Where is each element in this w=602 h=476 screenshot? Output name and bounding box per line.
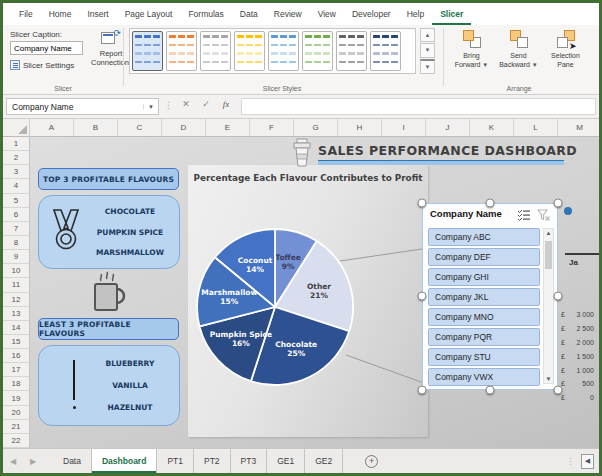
slicer-style-dark-blue[interactable] bbox=[370, 31, 401, 71]
sheet-nav-right-icon[interactable]: ▶ bbox=[23, 449, 43, 473]
row-header-5[interactable]: 5 bbox=[3, 194, 29, 208]
sheet-tab-ge1[interactable]: GE1 bbox=[267, 449, 305, 473]
row-header-12[interactable]: 12 bbox=[3, 293, 29, 307]
gallery-more-button[interactable]: ▼ bbox=[420, 59, 435, 74]
row-header-20[interactable]: 20 bbox=[3, 406, 29, 420]
row-header-17[interactable]: 17 bbox=[3, 363, 29, 377]
multi-select-icon[interactable] bbox=[517, 209, 531, 221]
column-header-A[interactable]: A bbox=[30, 119, 74, 136]
row-header-15[interactable]: 15 bbox=[3, 335, 29, 349]
ribbon-tab-page-layout[interactable]: Page Layout bbox=[117, 3, 181, 25]
ribbon-tab-developer[interactable]: Developer bbox=[344, 3, 399, 25]
sheet-tab-dashboard[interactable]: Dashboard bbox=[92, 449, 157, 473]
scroll-down-icon[interactable]: ▼ bbox=[544, 376, 553, 382]
tab-scroll-left-button[interactable]: ◀ bbox=[581, 454, 594, 469]
selection-handle[interactable] bbox=[418, 386, 427, 395]
report-connections-button[interactable]: ⟳ Report Connections bbox=[91, 29, 131, 85]
select-all-corner[interactable] bbox=[3, 119, 30, 137]
ribbon-tab-home[interactable]: Home bbox=[41, 3, 80, 25]
gallery-up-button[interactable]: ▲ bbox=[420, 28, 435, 42]
row-header-6[interactable]: 6 bbox=[3, 208, 29, 222]
gallery-down-button[interactable]: ▼ bbox=[420, 43, 435, 57]
row-header-9[interactable]: 9 bbox=[3, 250, 29, 264]
row-header-18[interactable]: 18 bbox=[3, 377, 29, 391]
ribbon-tab-formulas[interactable]: Formulas bbox=[180, 3, 231, 25]
slicer-item-pqr[interactable]: Company PQR bbox=[428, 328, 540, 346]
row-header-2[interactable]: 2 bbox=[3, 151, 29, 165]
sheet-nav-left-icon[interactable]: ◀ bbox=[3, 449, 23, 473]
column-header-H[interactable]: H bbox=[338, 119, 382, 136]
ribbon-tab-insert[interactable]: Insert bbox=[79, 3, 116, 25]
row-header-14[interactable]: 14 bbox=[3, 321, 29, 335]
column-header-G[interactable]: G bbox=[294, 119, 338, 136]
slicer-scrollbar[interactable]: ▲ ▼ bbox=[543, 228, 554, 384]
column-header-J[interactable]: J bbox=[426, 119, 470, 136]
sheet-tab-ge2[interactable]: GE2 bbox=[305, 449, 343, 473]
scroll-up-icon[interactable]: ▲ bbox=[544, 230, 553, 236]
selection-handle[interactable] bbox=[486, 386, 495, 395]
slicer-item-stu[interactable]: Company STU bbox=[428, 348, 540, 366]
ribbon-tab-review[interactable]: Review bbox=[266, 3, 310, 25]
row-header-7[interactable]: 7 bbox=[3, 222, 29, 236]
row-header-4[interactable]: 4 bbox=[3, 179, 29, 193]
slicer-item-vwx[interactable]: Company VWX bbox=[428, 368, 540, 386]
slicer-item-def[interactable]: Company DEF bbox=[428, 248, 540, 266]
slicer-item-ghi[interactable]: Company GHI bbox=[428, 268, 540, 286]
ribbon-tab-help[interactable]: Help bbox=[399, 3, 432, 25]
selection-handle[interactable] bbox=[418, 199, 427, 208]
cancel-entry-button[interactable]: ✕ bbox=[177, 99, 195, 109]
pie-chart-panel[interactable]: Percentage Each Flavour Contributes to P… bbox=[188, 165, 428, 437]
slicer-style-dark-gray[interactable] bbox=[336, 31, 367, 71]
slicer-style-green[interactable] bbox=[302, 31, 333, 71]
selection-handle[interactable] bbox=[554, 292, 563, 301]
scroll-thumb[interactable] bbox=[545, 241, 552, 269]
row-header-22[interactable]: 22 bbox=[3, 434, 29, 448]
least3-card[interactable]: BLUEBERRYVANILLAHAZELNUT bbox=[38, 345, 180, 426]
send-backward-button[interactable]: Send Backward ▼ bbox=[496, 28, 541, 69]
selection-handle[interactable] bbox=[486, 199, 495, 208]
slicer-item-jkl[interactable]: Company JKL bbox=[428, 288, 540, 306]
name-box-dropdown-icon[interactable]: ▼ bbox=[143, 104, 158, 110]
ribbon-tab-data[interactable]: Data bbox=[232, 3, 266, 25]
least3-header[interactable]: LEAST 3 PROFITABLE FLAVOURS bbox=[38, 318, 179, 340]
column-header-E[interactable]: E bbox=[206, 119, 250, 136]
selection-handle[interactable] bbox=[418, 292, 427, 301]
row-header-11[interactable]: 11 bbox=[3, 278, 29, 292]
row-header-3[interactable]: 3 bbox=[3, 165, 29, 179]
sheet-tab-pt3[interactable]: PT3 bbox=[231, 449, 268, 473]
slicer-style-light-blue[interactable] bbox=[268, 31, 299, 71]
column-header-L[interactable]: L bbox=[514, 119, 558, 136]
slicer-item-abc[interactable]: Company ABC bbox=[428, 228, 540, 246]
row-header-1[interactable]: 1 bbox=[3, 137, 29, 151]
row-header-21[interactable]: 21 bbox=[3, 420, 29, 434]
slicer-style-orange[interactable] bbox=[166, 31, 197, 71]
column-header-M[interactable]: M bbox=[558, 119, 602, 136]
selection-pane-button[interactable]: ➤ Selection Pane bbox=[543, 28, 588, 69]
ribbon-tab-file[interactable]: File bbox=[11, 3, 41, 25]
clear-filter-icon[interactable] bbox=[537, 209, 550, 221]
row-header-16[interactable]: 16 bbox=[3, 349, 29, 363]
selection-handle[interactable] bbox=[554, 199, 563, 208]
row-header-13[interactable]: 13 bbox=[3, 307, 29, 321]
column-header-F[interactable]: F bbox=[250, 119, 294, 136]
row-header-8[interactable]: 8 bbox=[3, 236, 29, 250]
ribbon-tab-slicer[interactable]: Slicer bbox=[432, 3, 471, 25]
sheet-tab-pt2[interactable]: PT2 bbox=[194, 449, 231, 473]
slicer-style-gold[interactable] bbox=[234, 31, 265, 71]
top3-header[interactable]: TOP 3 PROFITABLE FLAVOURS bbox=[38, 168, 179, 190]
ribbon-tab-view[interactable]: View bbox=[310, 3, 344, 25]
slicer-style-gray[interactable] bbox=[200, 31, 231, 71]
row-header-19[interactable]: 19 bbox=[3, 391, 29, 405]
slicer-style-blue[interactable] bbox=[132, 31, 163, 71]
formula-input[interactable] bbox=[241, 98, 596, 115]
row-header-10[interactable]: 10 bbox=[3, 264, 29, 278]
bring-forward-button[interactable]: Bring Forward ▼ bbox=[449, 28, 494, 69]
column-header-D[interactable]: D bbox=[162, 119, 206, 136]
name-box[interactable]: Company Name ▼ bbox=[6, 98, 159, 115]
slicer-caption-input[interactable] bbox=[10, 41, 83, 55]
top3-card[interactable]: CHOCOLATEPUMPKIN SPICEMARSHMALLOW bbox=[38, 195, 180, 269]
align-button[interactable]: Align ▼ bbox=[590, 28, 602, 69]
slicer-settings-button[interactable]: Slicer Settings bbox=[10, 60, 74, 70]
column-header-I[interactable]: I bbox=[382, 119, 426, 136]
new-sheet-button[interactable]: + bbox=[365, 455, 378, 468]
